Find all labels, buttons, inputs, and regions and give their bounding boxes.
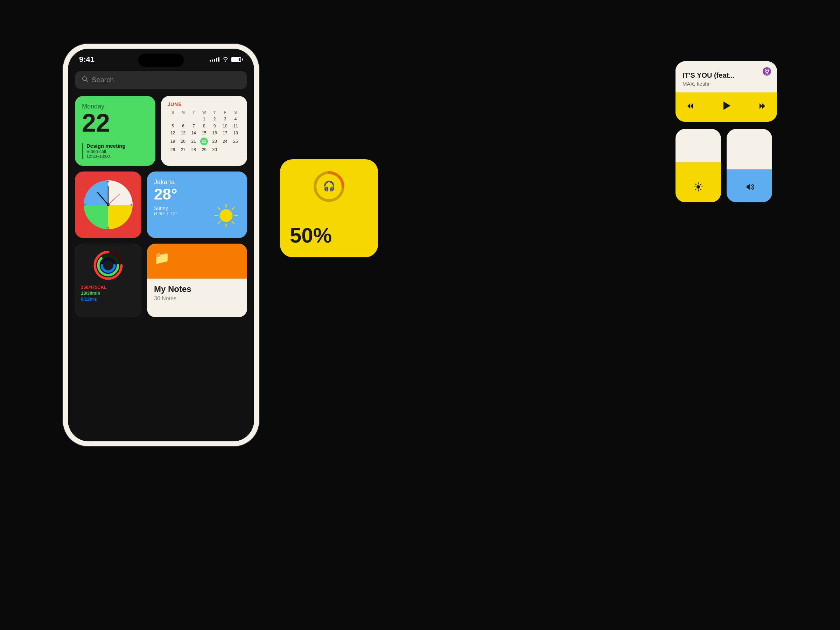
podcast-artist: MAX, keshi: [682, 81, 770, 87]
svg-point-6: [107, 227, 109, 229]
svg-line-38: [700, 189, 701, 190]
search-bar[interactable]: Search: [75, 71, 247, 89]
svg-point-8: [131, 204, 132, 205]
widget-area: Monday 22 Design meeting Video call 12:3…: [68, 93, 254, 320]
folder-icon: 📁: [154, 251, 170, 265]
status-time: 9:41: [79, 55, 95, 64]
status-icons: [210, 57, 243, 63]
podcast-widget[interactable]: IT'S YOU (feat... MAX, keshi: [676, 61, 777, 122]
weather-temp: 28°: [154, 186, 240, 203]
notes-widget[interactable]: 📁 My Notes 30 Notes: [147, 243, 247, 317]
event-container: Design meeting Video call 12:30–13:00: [82, 143, 148, 159]
svg-point-7: [84, 204, 86, 205]
svg-text:🎧: 🎧: [323, 180, 335, 192]
rewind-button[interactable]: [685, 101, 695, 113]
play-button[interactable]: [720, 99, 733, 115]
search-icon: [82, 76, 88, 84]
dynamic-island: [138, 54, 184, 67]
widget-row-1: Monday 22 Design meeting Video call 12:3…: [75, 96, 247, 166]
calendar-widget[interactable]: JUNE S M T W T F S: [161, 96, 247, 166]
volume-top: [726, 129, 772, 169]
svg-line-15: [232, 221, 234, 224]
podcast-top: IT'S YOU (feat... MAX, keshi: [676, 61, 777, 92]
widget-row-2: Jakarta 28° Sunny H:30° L:13°: [75, 172, 247, 238]
svg-line-17: [218, 221, 220, 224]
event-title: Design meeting: [87, 143, 148, 149]
date-widget[interactable]: Monday 22 Design meeting Video call 12:3…: [75, 96, 155, 166]
volume-slider[interactable]: [726, 129, 772, 202]
brightness-icon: [693, 182, 703, 194]
signal-icon: [210, 57, 219, 62]
exercise-stat: 18/30min: [81, 291, 136, 296]
airpods-ring: 🎧: [290, 169, 368, 204]
svg-line-40: [695, 189, 696, 190]
volume-icon: [744, 182, 754, 194]
svg-line-16: [232, 208, 234, 210]
svg-line-37: [695, 184, 696, 185]
cal-month: JUNE: [167, 101, 241, 107]
podcast-app-icon: [762, 67, 771, 78]
clock-face: [80, 177, 136, 233]
calories-stat: 350/475CAL: [81, 284, 136, 290]
activity-rings: [81, 249, 136, 281]
phone-frame: 9:41: [63, 44, 259, 446]
svg-point-32: [696, 185, 700, 189]
svg-line-30: [766, 73, 766, 74]
sliders-row: [676, 129, 777, 202]
fast-forward-button[interactable]: [757, 101, 767, 113]
cal-grid: S M T W T F S - - -: [167, 109, 241, 153]
airpods-widget-standalone[interactable]: 🎧 50%: [280, 159, 378, 257]
day-number: 22: [82, 110, 148, 136]
svg-line-14: [218, 208, 220, 210]
weather-widget[interactable]: Jakarta 28° Sunny H:30° L:13°: [147, 172, 247, 238]
activity-widget[interactable]: 350/475CAL 18/30min 6/12hrs: [75, 243, 141, 317]
weather-city: Jakarta: [154, 178, 240, 186]
brightness-slider[interactable]: [676, 129, 721, 202]
podcast-controls: [676, 92, 777, 122]
event-time: 12:30–13:00: [87, 154, 148, 159]
airpods-percentage: 50%: [290, 223, 368, 248]
clock-widget[interactable]: [75, 172, 141, 238]
search-placeholder: Search: [92, 76, 114, 84]
stand-stat: 6/12hrs: [81, 297, 136, 302]
svg-point-5: [107, 181, 109, 182]
podcast-title: IT'S YOU (feat...: [682, 71, 770, 79]
phone-screen: 9:41: [68, 49, 254, 441]
svg-line-31: [767, 73, 768, 74]
notes-bottom: My Notes 30 Notes: [147, 279, 247, 317]
svg-point-29: [766, 70, 767, 71]
sun-icon: [212, 202, 240, 231]
event-subtitle: Video call: [87, 149, 148, 154]
notes-title: My Notes: [154, 284, 240, 294]
widget-row-3: 350/475CAL 18/30min 6/12hrs 📁: [75, 243, 247, 317]
svg-point-9: [220, 209, 232, 222]
notes-count: 30 Notes: [154, 295, 240, 302]
activity-stats: 350/475CAL 18/30min 6/12hrs: [81, 284, 136, 302]
right-widgets: IT'S YOU (feat... MAX, keshi: [676, 61, 777, 202]
wifi-icon: [222, 57, 229, 63]
svg-line-39: [700, 184, 701, 185]
battery-icon: [231, 57, 243, 62]
brightness-top: [676, 129, 721, 162]
